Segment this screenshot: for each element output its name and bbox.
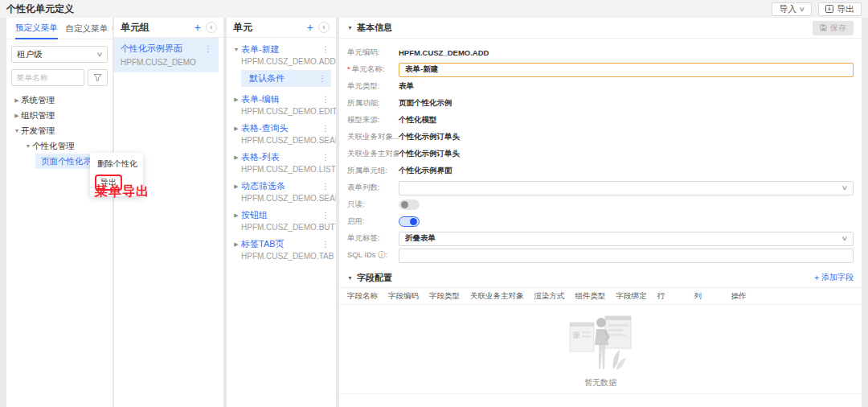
form-row-unit-code: 单元编码: HPFM.CUSZ_DEMO.ADD — [347, 44, 854, 61]
tab-predefined-menu[interactable]: 预定义菜单 — [15, 18, 58, 39]
basic-info-header: ▼ 基本信息 保存 — [339, 18, 862, 39]
menu-name-input[interactable] — [11, 69, 84, 86]
tree-item-system[interactable]: ▶ 系统管理 — [6, 92, 113, 108]
menu-search-row — [11, 69, 108, 86]
form-row-readonly: 只读: — [347, 196, 854, 213]
unit-list: ▼ 表单-新建 ⋮ HPFM.CUSZ_DEMO.ADD 默认条件 ⋮ ▶ 表单… — [227, 38, 336, 265]
caret-right-icon: ▶ — [231, 125, 241, 132]
collapse-panel-icon[interactable]: ‹ — [112, 23, 113, 34]
tree-item-dev[interactable]: ▼ 开发管理 — [6, 123, 113, 138]
caret-down-icon: ▼ — [24, 143, 32, 149]
more-actions-icon[interactable]: ⋮ — [321, 45, 330, 54]
more-actions-icon[interactable]: ⋮ — [321, 182, 330, 191]
unit-item-code: HPFM.CUSZ_DEMO.TAB — [227, 252, 336, 265]
unit-item-button-group[interactable]: ▶ 按钮组 ⋮ — [227, 207, 336, 223]
unit-item-grid-search[interactable]: ▶ 表格-查询头 ⋮ — [227, 120, 336, 136]
unit-header: 单元 + ‹ — [227, 18, 336, 38]
form-row-function: 所属功能: 页面个性化示例 — [347, 95, 854, 112]
basic-info-title: ▼ 基本信息 — [347, 22, 392, 34]
chevron-down-icon: ∨ — [841, 235, 849, 242]
tree-item-personalization[interactable]: ▼ 个性化管理 — [6, 138, 113, 154]
filter-button[interactable] — [88, 69, 108, 86]
add-field-button[interactable]: + 添加字段 — [814, 272, 854, 283]
caret-right-icon: ▶ — [231, 183, 241, 190]
unit-item-grid-list[interactable]: ▶ 表格-列表 ⋮ — [227, 149, 336, 165]
add-unit-group-icon[interactable]: + — [194, 22, 201, 33]
empty-state: ? 暂无数据 — [339, 305, 862, 394]
column-header: 字段名称 — [347, 291, 378, 302]
more-actions-icon[interactable]: ⋮ — [204, 44, 212, 53]
form-row-form-columns: 表单列数: ∨ — [347, 179, 854, 196]
no-data-illustration: ? — [563, 311, 637, 374]
column-header: 字段编码 — [388, 291, 419, 302]
tenant-level-select[interactable]: 租户级 ∨ — [11, 46, 108, 63]
unit-item-code: HPFM.CUSZ_DEMO.BUTT... — [227, 223, 336, 236]
form-row-biz-object: 关联业务对象...: 个性化示例订单头 — [347, 129, 854, 146]
add-unit-icon[interactable]: + — [307, 22, 313, 33]
collapse-panel-icon[interactable]: ‹ — [318, 22, 330, 33]
form-row-unit-group: 所属单元组: 个性化示例界面 — [347, 162, 854, 179]
import-button[interactable]: 导入 ∨ — [772, 2, 812, 16]
page-title: 个性化单元定义 — [6, 2, 74, 16]
unit-item-form-edit[interactable]: ▶ 表单-编辑 ⋮ — [227, 91, 336, 107]
more-actions-icon[interactable]: ⋮ — [321, 240, 330, 249]
sql-ids-input[interactable] — [399, 249, 854, 263]
unit-item-code: HPFM.CUSZ_DEMO.LIST — [227, 165, 336, 178]
unit-item-code: HPFM.CUSZ_DEMO.ADD — [227, 57, 336, 70]
menu-tabs: 预定义菜单 自定义菜单 ‹ — [6, 18, 113, 39]
menu-item-delete-personalization[interactable]: 删除个性化 — [90, 155, 143, 173]
caret-right-icon: ▶ — [231, 97, 241, 103]
unit-child-default-condition[interactable]: 默认条件 ⋮ — [241, 70, 331, 87]
column-header: 操作 — [731, 291, 747, 302]
empty-state-text: 暂无数据 — [584, 377, 616, 388]
chevron-down-icon: ∨ — [799, 6, 805, 13]
tree-item-org[interactable]: ▶ 组织管理 — [6, 108, 113, 123]
unit-group-item[interactable]: 个性化示例界面 ⋮ HPFM.CUSZ_DEMO — [114, 38, 219, 72]
column-header: 字段类型 — [429, 291, 460, 302]
column-header: 行 — [657, 291, 684, 302]
caret-down-icon: ▼ — [347, 275, 353, 281]
form-row-model-source: 模型来源: 个性化模型 — [347, 112, 854, 129]
more-actions-icon[interactable]: ⋮ — [321, 124, 330, 133]
readonly-toggle[interactable] — [399, 199, 420, 210]
more-actions-icon[interactable]: ⋮ — [321, 211, 330, 220]
svg-text:?: ? — [575, 332, 579, 339]
main-panel: ▼ 基本信息 保存 单元编码: HPFM.CUSZ_DEMO.ADD *单元名称… — [339, 18, 862, 407]
export-icon — [825, 5, 833, 13]
unit-item-tab-page[interactable]: ▶ 标签TAB页 ⋮ — [227, 236, 336, 252]
required-mark: * — [347, 64, 350, 73]
chevron-down-icon: ∨ — [96, 51, 104, 58]
field-config-title: ▼ 字段配置 — [347, 272, 392, 284]
plus-icon: + — [814, 273, 819, 282]
field-table-header: 字段名称 字段编码 字段类型 关联业务主对象 渲染方式 组件类型 字段绑定 行 … — [339, 288, 862, 305]
basic-info-form: 单元编码: HPFM.CUSZ_DEMO.ADD *单元名称: 单元类型: 表单… — [339, 39, 862, 265]
more-actions-icon[interactable]: ⋮ — [318, 74, 326, 83]
unit-item-code: HPFM.CUSZ_DEMO.SEAR... — [227, 194, 336, 207]
enabled-toggle[interactable] — [399, 216, 420, 227]
unit-panel: 单元 + ‹ ▼ 表单-新建 ⋮ HPFM.CUSZ_DEMO.ADD 默认条件… — [227, 18, 336, 407]
column-header: 字段绑定 — [616, 291, 647, 302]
column-header: 组件类型 — [575, 291, 606, 302]
column-header: 列 — [694, 291, 721, 302]
tab-custom-menu[interactable]: 自定义菜单 — [66, 18, 108, 39]
unit-group-panel: 单元组 + ‹ 个性化示例界面 ⋮ HPFM.CUSZ_DEMO — [114, 18, 223, 407]
unit-label-select[interactable]: 折叠表单 ∨ — [399, 232, 854, 246]
caret-down-icon: ▼ — [347, 25, 353, 31]
field-config-header: ▼ 字段配置 + 添加字段 — [339, 268, 862, 288]
export-button[interactable]: 导出 — [818, 2, 862, 16]
collapse-panel-icon[interactable]: ‹ — [206, 22, 217, 33]
caret-right-icon: ▶ — [13, 113, 21, 119]
unit-name-input[interactable] — [399, 63, 854, 77]
column-header: 关联业务主对象 — [470, 291, 524, 302]
filter-icon — [93, 73, 102, 82]
more-actions-icon[interactable]: ⋮ — [321, 95, 330, 104]
form-row-unit-type: 单元类型: 表单 — [347, 78, 854, 95]
form-row-unit-label: 单元标签: 折叠表单 ∨ — [347, 230, 854, 247]
unit-item-form-add[interactable]: ▼ 表单-新建 ⋮ — [227, 41, 336, 57]
chevron-down-icon: ∨ — [841, 184, 849, 191]
caret-right-icon: ▶ — [13, 97, 21, 104]
form-columns-select[interactable]: ∨ — [399, 181, 854, 195]
save-button[interactable]: 保存 — [813, 21, 854, 35]
unit-item-dynamic-filter[interactable]: ▶ 动态筛选条 ⋮ — [227, 178, 336, 194]
more-actions-icon[interactable]: ⋮ — [321, 153, 330, 162]
